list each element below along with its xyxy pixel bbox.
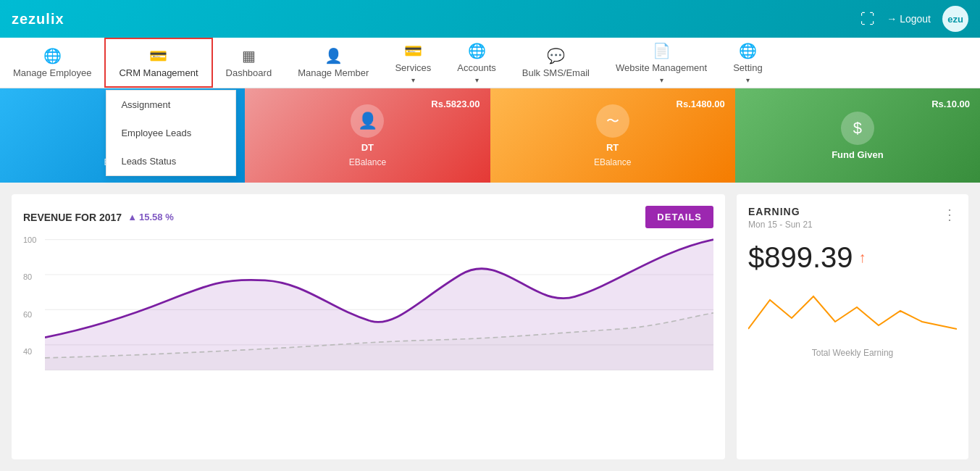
earning-chart-svg: [748, 285, 957, 343]
nav-item-setting[interactable]: 🌐 Setting ▾: [720, 38, 775, 88]
chart-area: 100 80 60 40: [23, 236, 713, 359]
website-management-icon: 📄: [653, 42, 671, 59]
logout-button[interactable]: → Logout: [887, 13, 931, 25]
nav-item-accounts[interactable]: 🌐 Accounts ▾: [444, 38, 508, 88]
earning-chart-area: [748, 285, 957, 343]
earning-menu-button[interactable]: ⋮: [942, 206, 957, 223]
topbar: zezulix ⛶ → Logout ezu: [0, 0, 980, 38]
website-caret: ▾: [660, 76, 663, 84]
card-fund-given[interactable]: Rs.10.00 $ Fund Given: [735, 88, 980, 183]
chart-title: REVENUE FOR 2017 ▲ 15.58 %: [23, 212, 174, 223]
accounts-caret: ▾: [475, 76, 479, 84]
earning-trend-icon: ↑: [859, 249, 866, 266]
services-icon: 💳: [404, 42, 422, 59]
card-fund-icon: $: [841, 112, 874, 145]
crm-dropdown: Assignment Employee Leads Leads Status: [106, 90, 236, 176]
nav-item-manage-member[interactable]: 👤 Manage Member: [285, 38, 382, 88]
logo: zezulix: [12, 11, 64, 28]
y-labels: 100 80 60 40: [23, 236, 36, 359]
earning-title-group: EARNING Mon 15 - Sun 21: [748, 206, 813, 230]
chart-section: REVENUE FOR 2017 ▲ 15.58 % DETAILS 100 8…: [12, 194, 725, 459]
earning-header: EARNING Mon 15 - Sun 21 ⋮: [748, 206, 957, 230]
setting-icon: 🌐: [739, 42, 757, 59]
chart-header: REVENUE FOR 2017 ▲ 15.58 % DETAILS: [23, 206, 713, 228]
dropdown-item-leads-status[interactable]: Leads Status: [106, 147, 235, 175]
crm-management-icon: 💳: [149, 47, 167, 64]
avatar[interactable]: ezu: [942, 6, 968, 32]
revenue-chart-svg: [45, 236, 713, 374]
nav-item-website-management[interactable]: 📄 Website Management ▾: [603, 38, 720, 88]
details-button[interactable]: DETAILS: [645, 206, 713, 228]
setting-caret: ▾: [746, 76, 750, 84]
dashboard-icon: ▦: [242, 47, 256, 64]
earning-section: EARNING Mon 15 - Sun 21 ⋮ $899.39 ↑ Tota…: [737, 194, 968, 459]
topbar-right: ⛶ → Logout ezu: [860, 6, 968, 32]
nav-item-dashboard[interactable]: ▦ Dashboard: [213, 38, 285, 88]
earning-chart-label: Total Weekly Earning: [748, 348, 957, 358]
dropdown-item-employee-leads[interactable]: Employee Leads: [106, 119, 235, 147]
nav-item-manage-employee[interactable]: 🌐 Manage Employee: [0, 38, 104, 88]
services-caret: ▾: [411, 76, 415, 84]
manage-employee-icon: 🌐: [43, 47, 62, 64]
card-dt-ebalance[interactable]: Rs.5823.00 👤 DT EBalance: [245, 88, 490, 183]
accounts-icon: 🌐: [468, 42, 486, 59]
nav-item-crm-management[interactable]: 💳 CRM Management Assignment Employee Lea…: [104, 38, 212, 88]
manage-member-icon: 👤: [324, 47, 343, 64]
main-nav: 🌐 Manage Employee 💳 CRM Management Assig…: [0, 38, 980, 88]
main-content: REVENUE FOR 2017 ▲ 15.58 % DETAILS 100 8…: [0, 183, 980, 471]
nav-item-bulk-sms[interactable]: 💬 Bulk SMS/Email: [509, 38, 603, 88]
chart-up-arrow: ▲: [127, 212, 137, 222]
dropdown-item-assignment[interactable]: Assignment: [106, 91, 235, 119]
bulk-sms-icon: 💬: [547, 47, 565, 64]
card-rt-icon: 〜: [596, 104, 629, 138]
expand-icon[interactable]: ⛶: [860, 11, 875, 28]
logout-arrow-icon: →: [887, 13, 897, 25]
card-rt-ebalance[interactable]: Rs.1480.00 〜 RT EBalance: [490, 88, 735, 183]
chart-percentage: ▲ 15.58 %: [127, 212, 174, 222]
earning-amount: $899.39 ↑: [748, 241, 957, 274]
nav-item-services[interactable]: 💳 Services ▾: [382, 38, 444, 88]
card-dt-icon: 👤: [351, 104, 384, 138]
